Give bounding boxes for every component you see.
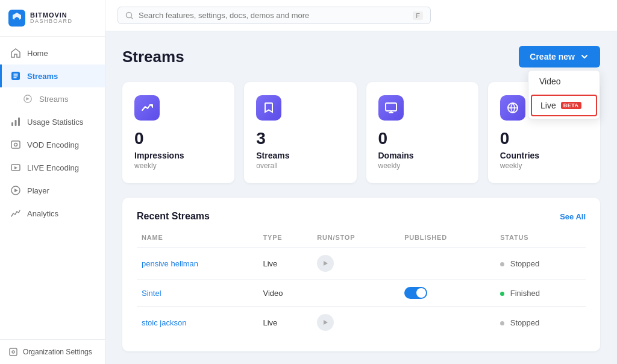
sidebar-item-streams[interactable]: Streams xyxy=(0,64,105,87)
impressions-value: 0 xyxy=(134,129,222,148)
sidebar-item-live-encoding[interactable]: LIVE Encoding xyxy=(0,156,105,179)
topbar: F xyxy=(105,0,617,31)
sidebar-item-player[interactable]: Player xyxy=(0,179,105,202)
search-input[interactable] xyxy=(139,11,408,20)
sidebar: BITMOVIN DASHBOARD Home Streams xyxy=(0,0,105,364)
stream-name-pensive[interactable]: pensive hellman xyxy=(142,259,198,268)
svg-rect-5 xyxy=(18,118,20,126)
impressions-icon-wrap xyxy=(134,95,160,121)
sidebar-item-home[interactable]: Home xyxy=(0,42,105,64)
countries-value: 0 xyxy=(500,129,588,148)
dropdown-item-live[interactable]: Live BETA xyxy=(531,95,597,116)
monitor-icon xyxy=(384,101,398,115)
recent-title: Recent Streams xyxy=(137,211,210,222)
streams-table: NAME TYPE RUN/STOP PUBLISHED STATUS pens… xyxy=(137,231,586,338)
svg-rect-3 xyxy=(11,122,13,126)
analytics-icon xyxy=(10,208,21,219)
page-content: Streams Create new Video Live BETA xyxy=(105,31,617,364)
countries-icon-wrap xyxy=(500,95,525,121)
svg-point-11 xyxy=(12,351,14,353)
status-dot-0 xyxy=(500,262,504,266)
impressions-label: Impressions xyxy=(134,151,222,160)
impressions-period: weekly xyxy=(134,162,222,170)
sidebar-item-vod-encoding[interactable]: VOD Encoding xyxy=(0,133,105,156)
streams-value: 3 xyxy=(256,129,344,148)
svg-rect-13 xyxy=(386,103,396,111)
sidebar-item-usage-statistics[interactable]: Usage Statistics xyxy=(0,110,105,133)
streams-icon-wrap xyxy=(256,95,281,121)
streams-label: Streams xyxy=(256,151,344,160)
stat-card-streams: 3 Streams overall xyxy=(244,82,356,183)
recent-streams-section: Recent Streams See All NAME TYPE RUN/STO… xyxy=(122,198,600,351)
logo: BITMOVIN DASHBOARD xyxy=(0,0,105,37)
player-icon xyxy=(10,185,21,196)
create-new-button[interactable]: Create new xyxy=(519,46,600,67)
col-status: STATUS xyxy=(495,231,586,248)
sidebar-label-streams-sub: Streams xyxy=(39,95,68,104)
stream-type-1: Video xyxy=(258,280,312,307)
create-dropdown: Video Live BETA xyxy=(528,70,600,119)
recent-header: Recent Streams See All xyxy=(137,211,586,222)
run-stop-button-2[interactable] xyxy=(317,314,334,331)
streams-period: overall xyxy=(256,162,344,170)
org-settings-label: Organization Settings xyxy=(23,348,92,356)
see-all-link[interactable]: See All xyxy=(560,212,586,221)
status-dot-1 xyxy=(500,292,504,296)
run-stop-button-0[interactable] xyxy=(317,255,334,272)
col-published: PUBLISHED xyxy=(399,231,495,248)
status-0: Stopped xyxy=(495,248,586,280)
published-2 xyxy=(399,307,495,339)
globe-icon xyxy=(506,101,519,115)
home-icon xyxy=(10,48,21,58)
trend-icon xyxy=(140,101,154,115)
streams-sub-icon xyxy=(22,93,33,104)
sidebar-item-streams-sub[interactable]: Streams xyxy=(0,87,105,110)
status-dot-2 xyxy=(500,321,504,325)
countries-label: Countries xyxy=(500,151,588,160)
stream-name-sintel[interactable]: Sintel xyxy=(142,289,161,298)
org-settings[interactable]: Organization Settings xyxy=(0,339,105,364)
col-type: TYPE xyxy=(258,231,312,248)
vod-icon xyxy=(10,139,21,150)
bar-chart-icon xyxy=(10,116,21,127)
beta-badge: BETA xyxy=(561,102,581,109)
search-box[interactable]: F xyxy=(117,7,431,24)
play-icon xyxy=(322,260,328,267)
streams-icon xyxy=(10,71,21,81)
published-0 xyxy=(399,248,495,280)
search-icon xyxy=(125,11,134,20)
col-name: NAME xyxy=(137,231,258,248)
main-content: F Streams Create new Video Li xyxy=(105,0,617,364)
run-stop-1 xyxy=(312,280,399,307)
stream-name-stoic[interactable]: stoic jackson xyxy=(142,318,186,327)
svg-rect-6 xyxy=(11,141,20,148)
countries-period: weekly xyxy=(500,162,588,170)
stat-card-domains: 0 Domains weekly xyxy=(366,82,478,183)
sidebar-label-usage: Usage Statistics xyxy=(27,118,83,127)
sidebar-label-vod: VOD Encoding xyxy=(27,140,79,149)
status-1: Finished xyxy=(495,280,586,307)
table-row: stoic jackson Live Stopped xyxy=(137,307,586,339)
domains-period: weekly xyxy=(378,162,466,170)
domains-icon-wrap xyxy=(378,95,404,121)
logo-sub: DASHBOARD xyxy=(30,19,73,24)
toggle-thumb xyxy=(416,288,426,298)
domains-value: 0 xyxy=(378,129,466,148)
published-toggle-sintel[interactable] xyxy=(404,287,427,299)
chevron-down-icon xyxy=(580,52,589,61)
sidebar-label-analytics: Analytics xyxy=(27,209,58,218)
sidebar-label-live: LIVE Encoding xyxy=(27,163,79,172)
table-row: Sintel Video Finished xyxy=(137,280,586,307)
create-btn-wrapper: Create new Video Live BETA xyxy=(519,46,600,67)
sidebar-label-streams: Streams xyxy=(27,72,58,81)
svg-rect-4 xyxy=(15,120,17,126)
stat-card-impressions: 0 Impressions weekly xyxy=(122,82,234,183)
sidebar-nav: Home Streams Streams Usage Statistics xyxy=(0,37,105,339)
table-row: pensive hellman Live Stopped xyxy=(137,248,586,280)
col-run-stop: RUN/STOP xyxy=(312,231,399,248)
sidebar-item-analytics[interactable]: Analytics xyxy=(0,202,105,225)
status-2: Stopped xyxy=(495,307,586,339)
svg-point-7 xyxy=(14,143,17,146)
dropdown-item-video[interactable]: Video xyxy=(528,71,600,92)
page-title: Streams xyxy=(122,48,184,66)
